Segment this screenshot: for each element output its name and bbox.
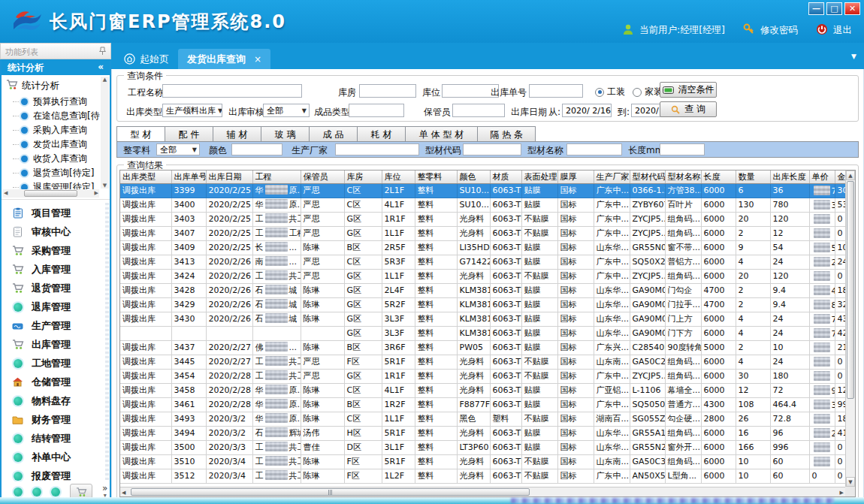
sidebar-menu-item[interactable]: 仓储管理 <box>2 373 110 391</box>
column-header[interactable]: 单价 <box>809 171 835 183</box>
column-header[interactable]: 库房 <box>344 171 382 183</box>
tree-item[interactable]: 发货出库查询 <box>13 137 99 152</box>
radio-work-clothes[interactable]: 工装 <box>595 86 625 98</box>
sidebar-menu-item[interactable]: 报废管理 <box>2 466 110 481</box>
column-header[interactable]: 库位 <box>382 171 415 183</box>
column-header[interactable]: 颜色 <box>457 171 490 183</box>
sidebar-menu-item[interactable]: 项目管理 <box>2 204 110 222</box>
tree-item[interactable]: 退货查询[待定] <box>13 166 99 180</box>
color-input[interactable] <box>231 143 282 155</box>
profile-name-input[interactable] <box>566 143 622 155</box>
column-header[interactable]: 型材代码 <box>630 171 665 183</box>
outbound-type-select[interactable]: 生产领料出库▼ <box>162 104 222 117</box>
tab-shipment-outbound-query[interactable]: 发货出库查询 × <box>178 49 270 69</box>
material-tab[interactable]: 辅 材 <box>213 126 261 142</box>
tree-root[interactable]: 统计分析 <box>6 79 99 92</box>
tab-home[interactable]: 起始页 <box>115 49 178 69</box>
table-row[interactable]: 调拨出库35122020/3/4工共工程陈琳F区1L2F整料光身料6063-T5… <box>120 469 856 483</box>
table-row[interactable]: 调拨出库33992020/2/25华原...严思C区2L1F整料SU10...6… <box>120 183 856 198</box>
length-input[interactable] <box>660 143 705 155</box>
sidebar-menu-item[interactable]: 审核中心 <box>2 222 110 241</box>
table-row[interactable]: 调拨出库34372020/2/27佛...陈琳B区3R6F整料PW056063-… <box>120 340 856 355</box>
column-header[interactable]: 工程 <box>252 171 301 183</box>
table-row[interactable]: 调拨出库34302020/2/26石城陈琳G区3L3F整料KLM38176063… <box>120 312 856 326</box>
column-header[interactable]: 表面处理 <box>521 171 557 183</box>
column-header[interactable]: 型材名称 <box>665 171 701 183</box>
scrollbar-thumb[interactable] <box>24 190 77 197</box>
column-header[interactable]: 整零料 <box>415 171 457 183</box>
material-tab[interactable]: 配 件 <box>165 126 213 142</box>
material-tab[interactable]: 耗 材 <box>357 126 405 142</box>
date-from-select[interactable]: 2020/ 2/16▼ <box>562 104 612 117</box>
table-row[interactable]: 调拨出库34942020/3/2石辉城汤伟H区5R1F整料光身料6063-T5贴… <box>120 426 856 440</box>
material-tab[interactable]: 隔 热 条 <box>477 126 536 142</box>
project-name-input[interactable] <box>162 84 302 98</box>
sidebar-section-header[interactable]: 统计分析 « <box>2 59 110 75</box>
profile-code-input[interactable] <box>463 143 521 155</box>
module-dot-icon[interactable] <box>32 487 41 496</box>
scroll-down-icon[interactable]: ▼ <box>101 183 109 189</box>
search-button[interactable]: 查 询 <box>660 101 717 117</box>
sidebar-menu-item[interactable]: 财务管理 <box>2 410 110 429</box>
sidebar-menu-item[interactable]: 采购管理 <box>2 241 110 260</box>
tree-horizontal-scrollbar[interactable]: ◀ ▶ <box>3 189 99 198</box>
sidebar-menu-item[interactable]: 物料盘存 <box>2 391 110 410</box>
column-header[interactable]: 膜厚 <box>557 171 594 183</box>
scroll-right-icon[interactable]: ▶ <box>95 190 98 196</box>
scroll-up-icon[interactable]: ▲ <box>101 77 109 83</box>
table-row[interactable]: 调拨出库34292020/2/26石城陈琳G区5R2F整料KLM38176063… <box>120 297 856 312</box>
keeper-input[interactable] <box>452 104 505 117</box>
column-header[interactable]: 长度 <box>701 171 736 183</box>
table-row[interactable]: 调拨出库34032020/2/25工共工程严思G区1R1F整料光身料6063-T… <box>120 212 856 226</box>
minimize-icon[interactable]: — <box>808 2 824 15</box>
table-vertical-scrollbar[interactable]: ▲ ▼ <box>845 171 855 487</box>
tree-item[interactable]: 在途信息查询[待 <box>13 109 99 123</box>
column-header[interactable]: 出库日期 <box>206 171 252 183</box>
tab-list-dropdown-icon[interactable]: ▼ <box>851 53 856 60</box>
outbound-audit-select[interactable]: 全部▼ <box>263 104 310 117</box>
scroll-left-icon[interactable]: ◀ <box>4 190 8 196</box>
column-header[interactable]: 出库单号 <box>171 171 206 183</box>
clear-conditions-button[interactable]: 清空条件 <box>660 82 717 98</box>
scrollbar-thumb[interactable] <box>131 488 530 496</box>
sidebar-menu-item[interactable]: 生产管理 <box>2 316 110 335</box>
table-row[interactable]: 调拨出库34612020/2/28华原...陈琳B区1R2F整料F8877FT6… <box>120 397 856 412</box>
tab-close-icon[interactable]: × <box>254 54 261 65</box>
pin-icon[interactable] <box>99 47 106 59</box>
sidebar-menu-item[interactable]: 入库管理 <box>2 260 110 279</box>
tree-item[interactable]: 采购入库查询 <box>13 123 99 137</box>
whole-part-select[interactable]: 全部▼ <box>156 143 200 155</box>
sidebar-menu-item[interactable]: 出库管理 <box>2 335 110 354</box>
column-header[interactable]: 数量 <box>736 171 770 183</box>
material-tab[interactable]: 成 品 <box>309 126 357 142</box>
table-row[interactable]: 调拨出库35102020/3/4工共工程陈琳F区5R1F整料光身料6063-T5… <box>120 454 856 469</box>
material-tab[interactable]: 单 体 型 材 <box>405 126 477 142</box>
warehouse-input[interactable] <box>359 84 416 98</box>
column-header[interactable]: 出库类型 <box>120 171 171 183</box>
table-row[interactable]: 调拨出库34542020/2/28工共工程严思G区1R1F整料光身料6063-T… <box>120 369 856 383</box>
scroll-up-icon[interactable]: ▲ <box>846 171 855 180</box>
scroll-down-icon[interactable]: ▼ <box>846 477 855 487</box>
column-header[interactable]: 保管员 <box>301 171 344 183</box>
scroll-right-icon[interactable]: ▶ <box>840 490 844 496</box>
logout-link[interactable]: 退出 <box>833 24 852 37</box>
product-type-input[interactable] <box>349 104 404 117</box>
radio-home-decor[interactable]: 家装 <box>633 86 663 98</box>
maximize-icon[interactable]: □ <box>826 2 842 15</box>
sidebar-menu-item[interactable]: 补单中心 <box>2 448 110 466</box>
order-no-input[interactable] <box>529 84 583 98</box>
table-row[interactable]: 调拨出库34132020/2/26南...严思C区5R3F整料G71422606… <box>120 255 856 269</box>
sidebar-menu-item[interactable]: 结转管理 <box>2 429 110 448</box>
sidebar-menu-item[interactable]: 退库管理 <box>2 297 110 316</box>
module-dot-icon[interactable] <box>51 487 60 496</box>
table-row[interactable]: 调拨出库34582020/2/28华原...陈琳C区4L1F整料光身料6063-… <box>120 383 856 397</box>
column-header[interactable]: 生产厂家 <box>594 171 630 183</box>
close-icon[interactable]: ✕ <box>844 2 860 15</box>
tree-item[interactable]: 收货入库查询 <box>13 152 99 166</box>
table-row[interactable]: 调拨出库34002020/2/25华原...严思C区4L1F整料SU10...6… <box>120 198 856 212</box>
table-row[interactable]: 调拨出库35002020/3/3工共工程曹佳D区3L1F整料LT3P606063… <box>120 440 856 454</box>
change-password-link[interactable]: 修改密码 <box>760 24 798 37</box>
scrollbar-thumb[interactable] <box>847 181 854 399</box>
column-header[interactable]: 材质 <box>490 171 521 183</box>
table-row[interactable]: 调拨出库34452020/2/27工共工程严思F区5R1F整料光身料6063-T… <box>120 355 856 369</box>
